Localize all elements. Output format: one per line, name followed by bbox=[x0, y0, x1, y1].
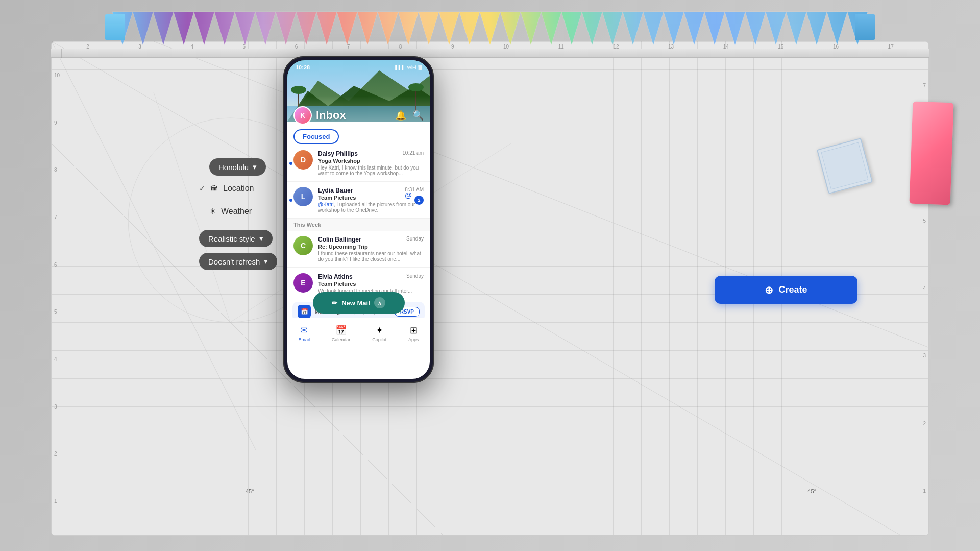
search-icon[interactable]: 🔍 bbox=[412, 110, 424, 121]
sender-daisy: Daisy Phillips bbox=[318, 150, 358, 157]
svg-point-14 bbox=[291, 86, 306, 94]
week-divider: This Week bbox=[287, 219, 430, 231]
avatar-daisy: D bbox=[293, 150, 313, 170]
filter-icon: ≡ bbox=[403, 133, 407, 140]
nav-email-label: Email bbox=[298, 337, 310, 342]
sender-elvia: Elvia Atkins bbox=[318, 273, 353, 280]
nav-copilot-label: Copilot bbox=[372, 337, 386, 342]
location-option[interactable]: ✓ 🏛 Location bbox=[199, 184, 254, 193]
nav-apps-label: Apps bbox=[408, 337, 419, 342]
nav-copilot-icon: ✦ bbox=[376, 325, 383, 336]
email-list: D Daisy Phillips 10:21 am Yoga Workshop … bbox=[287, 145, 430, 348]
subject-daisy: Yoga Workshop bbox=[318, 158, 424, 164]
status-time: 10:28 bbox=[296, 64, 310, 70]
avatar-elvia: E bbox=[293, 273, 313, 293]
accordion-ruler bbox=[112, 9, 868, 50]
calendar-icon: 📅 bbox=[298, 305, 311, 318]
subject-elvia: Team Pictures bbox=[318, 281, 424, 287]
email-item-lydia[interactable]: L Lydia Bauer 8:31 AM Team Pictures @Kat… bbox=[287, 182, 430, 219]
nav-apps-icon: ⊞ bbox=[410, 325, 418, 336]
new-mail-icon: ✏ bbox=[332, 299, 337, 307]
header-area: K Inbox 🔔 🔍 bbox=[287, 106, 430, 125]
bell-icon[interactable]: 🔔 bbox=[395, 110, 406, 121]
realistic-style-chevron: ▾ bbox=[259, 234, 263, 243]
bottom-nav: ✉ Email 📅 Calendar ✦ Copilot ⊞ Apps bbox=[287, 318, 430, 348]
nav-email[interactable]: ✉ Email bbox=[298, 325, 310, 342]
phone-screen: 10:28 ▌▌▌ WiFi ▓ K Inbox 🔔 🔍 Focused bbox=[287, 60, 430, 379]
new-mail-label: New Mail bbox=[341, 299, 370, 307]
unread-dot-2 bbox=[289, 199, 292, 202]
battery-icon: ▓ bbox=[418, 65, 422, 70]
time-elvia: Sunday bbox=[406, 273, 424, 279]
at-badge: @ bbox=[405, 191, 412, 199]
weather-option[interactable]: ☀ Weather bbox=[209, 207, 252, 216]
sender-lydia: Lydia Bauer bbox=[318, 187, 353, 194]
email-content-colin: Colin Ballinger Sunday Re: Upcoming Trip… bbox=[318, 236, 424, 262]
ruler-ticks bbox=[61, 49, 919, 58]
ruler-bottom bbox=[51, 49, 929, 58]
ruler-right-end bbox=[855, 14, 875, 40]
new-mail-button[interactable]: ✏ New Mail ∧ bbox=[313, 292, 405, 314]
email-content-elvia: Elvia Atkins Sunday Team Pictures We loo… bbox=[318, 273, 424, 294]
unread-dot-1 bbox=[289, 162, 292, 165]
inbox-title: Inbox bbox=[316, 109, 395, 122]
svg-point-16 bbox=[408, 83, 424, 91]
email-item-colin[interactable]: C Colin Ballinger Sunday Re: Upcoming Tr… bbox=[287, 231, 430, 268]
filter-button[interactable]: ≡ Filter bbox=[403, 133, 424, 140]
wifi-icon: WiFi bbox=[407, 65, 416, 70]
honolulu-dropdown[interactable]: Honolulu ▾ bbox=[209, 158, 266, 176]
time-colin: Sunday bbox=[406, 236, 424, 242]
angle-mark-45: 45° bbox=[246, 488, 254, 494]
ruler-left-end bbox=[105, 14, 125, 40]
doesnt-refresh-button[interactable]: Doesn't refresh ▾ bbox=[199, 253, 277, 270]
avatar[interactable]: K bbox=[293, 106, 312, 125]
tab-other[interactable]: Other bbox=[343, 130, 377, 143]
nav-calendar-icon: 📅 bbox=[335, 325, 347, 336]
preview-colin: I found these restaurants near our hotel… bbox=[318, 251, 424, 262]
nav-email-icon: ✉ bbox=[300, 325, 308, 336]
accordion-svg bbox=[112, 9, 868, 50]
phone-mockup: 10:28 ▌▌▌ WiFi ▓ K Inbox 🔔 🔍 Focused bbox=[283, 56, 434, 383]
sender-colin: Colin Ballinger bbox=[318, 236, 361, 243]
new-mail-expand-icon[interactable]: ∧ bbox=[374, 297, 385, 308]
location-label: Location bbox=[223, 184, 254, 193]
doesnt-refresh-chevron: ▾ bbox=[264, 257, 268, 266]
honolulu-label: Honolulu bbox=[218, 163, 249, 172]
preview-lydia: @Katri, I uploaded all the pictures from… bbox=[318, 202, 424, 213]
svg-marker-7 bbox=[112, 12, 868, 45]
create-label: Create bbox=[778, 284, 807, 295]
pink-eraser bbox=[910, 102, 954, 205]
honolulu-chevron: ▾ bbox=[253, 162, 257, 172]
weather-icon: ☀ bbox=[209, 207, 216, 216]
email-content-daisy: Daisy Phillips 10:21 am Yoga Workshop He… bbox=[318, 150, 424, 176]
angle-mark-45-right: 45° bbox=[807, 488, 816, 494]
signal-icon: ▌▌▌ bbox=[395, 65, 405, 70]
filter-label: Filter bbox=[409, 133, 424, 140]
grid-numbers-left: 10987654321 bbox=[54, 41, 60, 535]
filter-tabs: Focused Other ≡ Filter bbox=[287, 129, 430, 144]
nav-apps[interactable]: ⊞ Apps bbox=[408, 325, 419, 342]
avatar-colin: C bbox=[293, 236, 313, 255]
preview-daisy: Hey Katri, I know this last minute, but … bbox=[318, 165, 424, 176]
email-item-daisy[interactable]: D Daisy Phillips 10:21 am Yoga Workshop … bbox=[287, 145, 430, 182]
header-icons: 🔔 🔍 bbox=[395, 110, 424, 121]
subject-colin: Re: Upcoming Trip bbox=[318, 244, 424, 250]
time-daisy: 10:21 am bbox=[402, 150, 424, 156]
location-checkmark: ✓ bbox=[199, 184, 205, 193]
status-icons: ▌▌▌ WiFi ▓ bbox=[395, 65, 422, 70]
nav-copilot[interactable]: ✦ Copilot bbox=[372, 325, 386, 342]
nav-calendar[interactable]: 📅 Calendar bbox=[332, 325, 351, 342]
avatar-lydia: L bbox=[293, 187, 313, 206]
status-bar: 10:28 ▌▌▌ WiFi ▓ bbox=[287, 60, 430, 75]
create-icon: ⊕ bbox=[765, 284, 773, 296]
weather-label: Weather bbox=[221, 207, 252, 216]
nav-calendar-label: Calendar bbox=[332, 337, 351, 342]
realistic-style-label: Realistic style bbox=[208, 234, 255, 243]
location-icon: 🏛 bbox=[210, 184, 218, 193]
doesnt-refresh-label: Doesn't refresh bbox=[208, 257, 260, 266]
realistic-style-button[interactable]: Realistic style ▾ bbox=[199, 230, 273, 247]
tab-focused[interactable]: Focused bbox=[293, 129, 339, 144]
mention-badge: 2 bbox=[414, 196, 424, 205]
create-button[interactable]: ⊕ Create bbox=[715, 276, 857, 304]
